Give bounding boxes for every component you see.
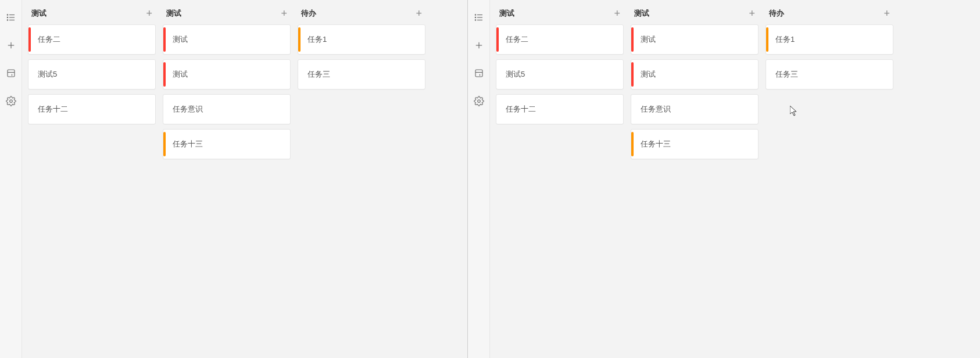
column-title: 待办 [301,8,316,19]
sidebar-list-icon[interactable] [4,10,18,24]
card-title: 任务三 [307,69,330,80]
cards-list: 任务二测试5任务十二 [26,24,158,124]
card-title: 测试5 [506,69,525,80]
task-card[interactable]: 测试 [163,59,291,90]
column-title: 待办 [769,8,784,19]
task-card[interactable]: 测试 [163,24,291,55]
svg-point-4 [7,17,8,18]
card-title: 任务二 [38,34,60,45]
sidebar-plus-icon[interactable] [472,38,486,52]
board-right: 测试+任务二测试5任务十二测试+测试测试任务意识任务十三待办+任务1任务三 [490,0,980,358]
column-header: 测试+ [628,5,761,24]
svg-point-16 [475,17,476,18]
task-card[interactable]: 任务二 [496,24,624,55]
column-header: 测试+ [26,5,158,24]
card-title: 任务三 [775,69,798,80]
add-card-button[interactable]: + [749,8,755,19]
sidebar-plus-icon[interactable] [4,38,18,52]
card-accent [496,27,499,52]
cards-list: 测试测试任务意识任务十三 [160,24,293,159]
kanban-column: 待办+任务1任务三 [295,5,428,90]
task-card[interactable]: 测试 [631,59,759,90]
card-accent [163,62,166,87]
column-header: 测试+ [493,5,626,24]
column-title: 测试 [31,8,47,19]
svg-point-23 [477,100,480,103]
card-accent [631,132,634,156]
card-accent [163,132,166,156]
task-card[interactable]: 任务意识 [163,94,291,124]
task-card[interactable]: 任务十二 [496,94,624,124]
task-card[interactable]: 任务二 [28,24,156,55]
add-card-button[interactable]: + [281,8,287,19]
card-title: 测试5 [38,69,57,80]
kanban-column: 测试+任务二测试5任务十二 [493,5,626,124]
svg-point-15 [475,15,476,16]
card-accent [298,27,301,52]
svg-rect-8 [8,70,15,77]
svg-point-5 [7,20,8,21]
card-title: 任务十三 [641,139,671,149]
add-card-button[interactable]: + [884,8,890,19]
pane-left: 测试+任务二测试5任务十二测试+测试测试任务意识任务十三待办+任务1任务三 [0,0,468,358]
kanban-column: 测试+测试测试任务意识任务十三 [628,5,761,159]
card-title: 测试 [641,69,656,80]
task-card[interactable]: 任务1 [298,24,425,55]
add-card-button[interactable]: + [146,8,152,19]
card-title: 任务十二 [38,104,68,114]
task-card[interactable]: 任务三 [766,59,893,90]
svg-point-11 [9,100,12,103]
sidebar-gear-icon[interactable] [472,94,486,108]
card-accent [28,27,31,52]
add-card-button[interactable]: + [416,8,422,19]
sidebar-gear-icon[interactable] [4,94,18,108]
sidebar [468,0,490,358]
sidebar [0,0,22,358]
task-card[interactable]: 任务十二 [28,94,156,124]
card-title: 任务十三 [173,139,203,149]
column-title: 测试 [634,8,649,19]
kanban-column: 待办+任务1任务三 [763,5,896,90]
kanban-column: 测试+测试测试任务意识任务十三 [160,5,293,159]
kanban-column: 测试+任务二测试5任务十二 [26,5,158,124]
sidebar-archive-icon[interactable] [472,66,486,80]
column-header: 测试+ [160,5,293,24]
column-title: 测试 [166,8,181,19]
card-accent [163,27,166,52]
column-header: 待办+ [763,5,896,24]
card-title: 测试 [173,34,188,45]
column-header: 待办+ [295,5,428,24]
task-card[interactable]: 任务1 [766,24,893,55]
card-title: 任务二 [506,34,528,45]
card-title: 任务1 [775,34,795,45]
card-accent [766,27,768,52]
svg-point-17 [475,20,476,21]
cards-list: 测试测试任务意识任务十三 [628,24,761,159]
column-title: 测试 [499,8,514,19]
task-card[interactable]: 任务十三 [631,129,759,159]
card-title: 任务意识 [173,104,203,114]
card-title: 任务1 [307,34,327,45]
card-title: 任务意识 [641,104,671,114]
pane-right: 测试+任务二测试5任务十二测试+测试测试任务意识任务十三待办+任务1任务三 [468,0,980,358]
task-card[interactable]: 测试5 [496,59,624,90]
cards-list: 任务二测试5任务十二 [493,24,626,124]
card-title: 任务十二 [506,104,536,114]
sidebar-list-icon[interactable] [472,10,486,24]
add-card-button[interactable]: + [614,8,620,19]
cards-list: 任务1任务三 [763,24,896,90]
svg-rect-20 [475,70,482,77]
task-card[interactable]: 任务十三 [163,129,291,159]
task-card[interactable]: 测试 [631,24,759,55]
task-card[interactable]: 任务意识 [631,94,759,124]
task-card[interactable]: 任务三 [298,59,425,90]
card-accent [631,62,634,87]
card-title: 测试 [173,69,188,80]
sidebar-archive-icon[interactable] [4,66,18,80]
card-title: 测试 [641,34,656,45]
card-accent [631,27,634,52]
cards-list: 任务1任务三 [295,24,428,90]
svg-point-3 [7,15,8,16]
task-card[interactable]: 测试5 [28,59,156,90]
board-left: 测试+任务二测试5任务十二测试+测试测试任务意识任务十三待办+任务1任务三 [22,0,467,358]
